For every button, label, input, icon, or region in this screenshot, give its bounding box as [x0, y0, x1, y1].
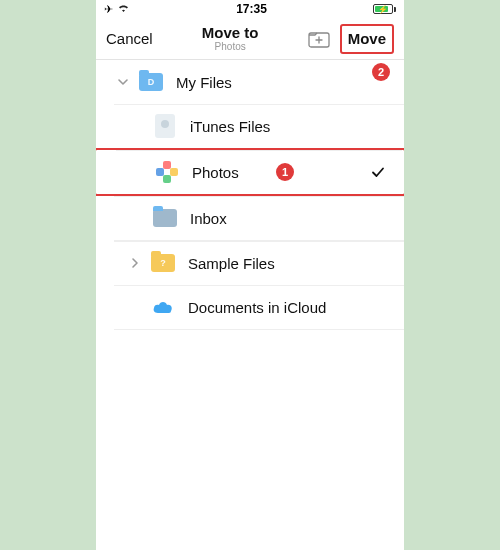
- cancel-button[interactable]: Cancel: [106, 30, 153, 47]
- status-time: 17:35: [236, 2, 267, 16]
- folder-list: D My Files iTunes Files Photos 1: [96, 60, 404, 330]
- row-label: Documents in iCloud: [188, 299, 404, 316]
- move-button[interactable]: Move: [348, 30, 386, 47]
- folder-icon: D: [138, 69, 164, 95]
- annotation-move-highlight: Move: [340, 24, 394, 54]
- new-folder-icon[interactable]: [308, 30, 330, 48]
- cloud-icon: [150, 294, 176, 320]
- photos-icon: [154, 159, 180, 185]
- phone-frame: ✈︎ 17:35 ⚡ Cancel Move to Photos Move 2: [96, 0, 404, 550]
- row-my-files[interactable]: D My Files: [96, 60, 404, 104]
- status-bar: ✈︎ 17:35 ⚡: [96, 0, 404, 18]
- row-itunes[interactable]: iTunes Files: [96, 104, 404, 148]
- annotation-row-highlight: Photos 1: [96, 148, 404, 196]
- airplane-mode-icon: ✈︎: [104, 3, 113, 16]
- nav-title-wrap: Move to Photos: [202, 25, 259, 53]
- folder-icon: ?: [150, 250, 176, 276]
- row-inbox[interactable]: Inbox: [96, 196, 404, 240]
- annotation-badge-1: 1: [276, 163, 294, 181]
- row-label: My Files: [176, 74, 404, 91]
- chevron-down-icon: [114, 76, 132, 88]
- nav-bar: Cancel Move to Photos Move: [96, 18, 404, 60]
- chevron-right-icon: [126, 257, 144, 269]
- row-photos[interactable]: Photos: [98, 150, 402, 194]
- itunes-icon: [152, 113, 178, 139]
- row-label: Inbox: [190, 210, 404, 227]
- row-label: iTunes Files: [190, 118, 404, 135]
- row-label: Sample Files: [188, 255, 404, 272]
- nav-title: Move to: [202, 25, 259, 42]
- row-sample-files[interactable]: ? Sample Files: [96, 241, 404, 285]
- folder-icon: [152, 205, 178, 231]
- nav-subtitle: Photos: [202, 41, 259, 52]
- wifi-icon: [117, 3, 130, 15]
- checkmark-icon: [370, 164, 386, 180]
- row-icloud[interactable]: Documents in iCloud: [96, 285, 404, 329]
- battery-icon: ⚡: [373, 4, 396, 14]
